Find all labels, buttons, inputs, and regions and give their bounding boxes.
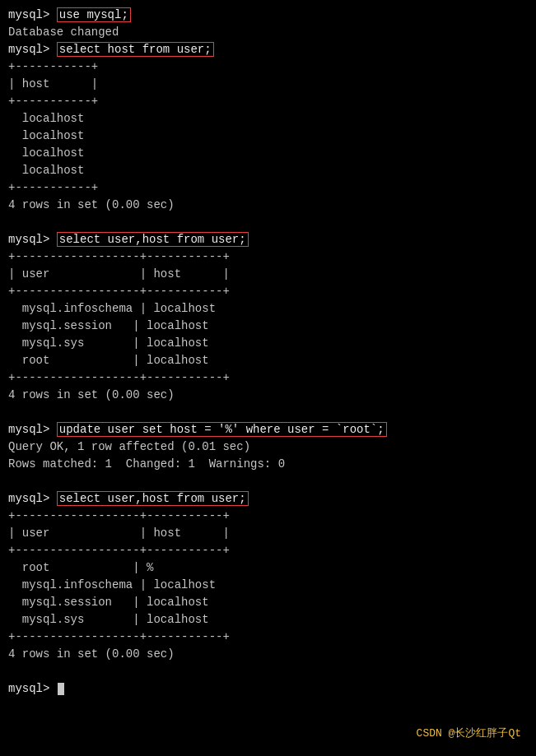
result3: 4 rows in set (0.00 sec): [8, 646, 528, 663]
watermark: CSDN @长沙红胖子Qt: [417, 726, 521, 742]
table1-sep2: +-----------+: [8, 93, 528, 110]
cmd-3: select host from user;: [57, 42, 214, 57]
table2-sep1: +------------------+-----------+: [8, 248, 528, 266]
blank4: [8, 663, 528, 680]
table2-row3: mysql.sys | localhost: [8, 335, 528, 352]
table3-row1: root | %: [8, 559, 528, 577]
table3-row4: mysql.sys | localhost: [8, 611, 528, 628]
line-cmd4: mysql> select user,host from user;: [8, 490, 528, 508]
table3-row2: mysql.infoschema | localhost: [8, 577, 528, 594]
table1-row3: localhost: [8, 145, 528, 162]
line-2: Database changed: [8, 24, 528, 41]
table3-header: | user | host |: [8, 525, 528, 542]
result1: 4 rows in set (0.00 sec): [8, 197, 528, 214]
line-cmd2: mysql> select user,host from user;: [8, 231, 528, 248]
blank2: [8, 404, 528, 421]
table2-row4: root | localhost: [8, 352, 528, 369]
prompt-cmd4: mysql>: [8, 492, 57, 505]
cmd-2: select user,host from user;: [57, 232, 249, 247]
line-1: mysql> use mysql;: [8, 7, 528, 24]
cmd-3b: update user set host = '%' where user = …: [57, 422, 387, 437]
table2-header: | user | host |: [8, 266, 528, 283]
table1-sep3: +-----------+: [8, 179, 528, 197]
cmd-4: select user,host from user;: [57, 491, 249, 506]
prompt-1: mysql>: [8, 8, 57, 21]
prompt-3: mysql>: [8, 43, 57, 56]
final-prompt: mysql>: [8, 682, 57, 695]
table1-sep1: +-----------+: [8, 58, 528, 76]
query-ok: Query OK, 1 row affected (0.01 sec): [8, 438, 528, 456]
table1-row4: localhost: [8, 162, 528, 179]
prompt-cmd2: mysql>: [8, 233, 57, 246]
table1-header: | host |: [8, 76, 528, 93]
table3-sep1: +------------------+-----------+: [8, 508, 528, 525]
final-prompt-line: mysql>: [8, 680, 528, 698]
table1-row1: localhost: [8, 110, 528, 128]
table2-sep3: +------------------+-----------+: [8, 369, 528, 387]
prompt-cmd3: mysql>: [8, 423, 57, 436]
table2-sep2: +------------------+-----------+: [8, 283, 528, 300]
line-cmd3: mysql> update user set host = '%' where …: [8, 421, 528, 438]
blank3: [8, 473, 528, 490]
table1-row2: localhost: [8, 128, 528, 145]
line-3: mysql> select host from user;: [8, 41, 528, 58]
rows-matched: Rows matched: 1 Changed: 1 Warnings: 0: [8, 456, 528, 473]
table3-sep2: +------------------+-----------+: [8, 542, 528, 559]
table3-row3: mysql.session | localhost: [8, 594, 528, 611]
cmd-1: use mysql;: [57, 7, 131, 22]
blank1: [8, 214, 528, 231]
terminal: mysql> use mysql; Database changed mysql…: [8, 7, 528, 698]
result2: 4 rows in set (0.00 sec): [8, 387, 528, 404]
table3-sep3: +------------------+-----------+: [8, 628, 528, 646]
table2-row2: mysql.session | localhost: [8, 318, 528, 335]
table2-row1: mysql.infoschema | localhost: [8, 300, 528, 318]
cursor: [58, 683, 64, 695]
